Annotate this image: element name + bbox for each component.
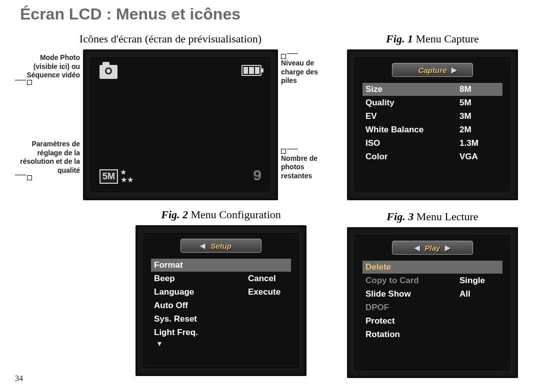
menu-item: Size8M bbox=[362, 83, 502, 96]
menu-item: Slide ShowAll bbox=[362, 288, 502, 301]
resolution-indicator: 5M ★★★ bbox=[100, 169, 134, 184]
lcd-preview: 5M ★★★ 9 bbox=[83, 49, 278, 200]
page-number: 34 bbox=[15, 374, 23, 383]
play-tab: ◀Play▶ bbox=[392, 241, 473, 255]
menu-item: Delete bbox=[362, 261, 502, 274]
menu-item: LanguageExecute bbox=[151, 286, 291, 299]
menu-item: Quality5M bbox=[362, 96, 502, 109]
fig2-caption: Fig. 2 Menu Configuration bbox=[116, 208, 326, 221]
fig1-caption: Fig. 1 Menu Capture bbox=[340, 32, 525, 45]
callout-battery: Niveau de charge des piles bbox=[281, 53, 326, 85]
menu-item: Auto Off bbox=[151, 299, 291, 312]
menu-item: Light Freq. bbox=[151, 326, 291, 339]
fig3-caption: Fig. 3 Menu Lecture bbox=[340, 210, 525, 223]
scroll-down-icon: ▼ bbox=[151, 340, 291, 348]
battery-icon bbox=[242, 65, 262, 76]
camera-icon bbox=[100, 65, 118, 79]
menu-item: DPOF bbox=[362, 301, 502, 314]
menu-item: Copy to CardSingle bbox=[362, 274, 502, 287]
lcd-setup-menu: ◀Setup▶ FormatBeepCancelLanguageExecuteA… bbox=[136, 225, 306, 376]
menu-item: ISO1.3M bbox=[362, 137, 502, 150]
callout-mode: Mode Photo (visible ici) ou Séquence vid… bbox=[15, 53, 80, 85]
preview-diagram: Mode Photo (visible ici) ou Séquence vid… bbox=[15, 49, 326, 200]
menu-item: Protect bbox=[362, 315, 502, 328]
menu-item: Rotation bbox=[362, 328, 502, 341]
photos-remaining: 9 bbox=[253, 167, 262, 184]
menu-item: ColorVGA bbox=[362, 150, 502, 163]
page-title: Écran LCD : Menus et icônes bbox=[20, 5, 525, 23]
menu-item: BeepCancel bbox=[151, 272, 291, 285]
callout-remaining: Nombre de photos restantes bbox=[281, 149, 326, 181]
menu-item: Sys. Reset bbox=[151, 313, 291, 326]
setup-tab: ◀Setup▶ bbox=[180, 239, 262, 253]
capture-tab: ◀Capture▶ bbox=[392, 63, 473, 77]
callout-resolution: Paramètres de réglage de la résolution e… bbox=[15, 140, 80, 180]
menu-item: White Balance2M bbox=[362, 123, 502, 136]
lcd-capture-menu: ◀Capture▶ Size8MQuality5MEV3MWhite Balan… bbox=[347, 49, 518, 200]
preview-heading: Icônes d'écran (écran de prévisualisatio… bbox=[15, 32, 326, 45]
lcd-play-menu: ◀Play▶ DeleteCopy to CardSingleSlide Sho… bbox=[347, 227, 518, 378]
menu-item: EV3M bbox=[362, 110, 502, 123]
menu-item: Format bbox=[151, 259, 291, 272]
